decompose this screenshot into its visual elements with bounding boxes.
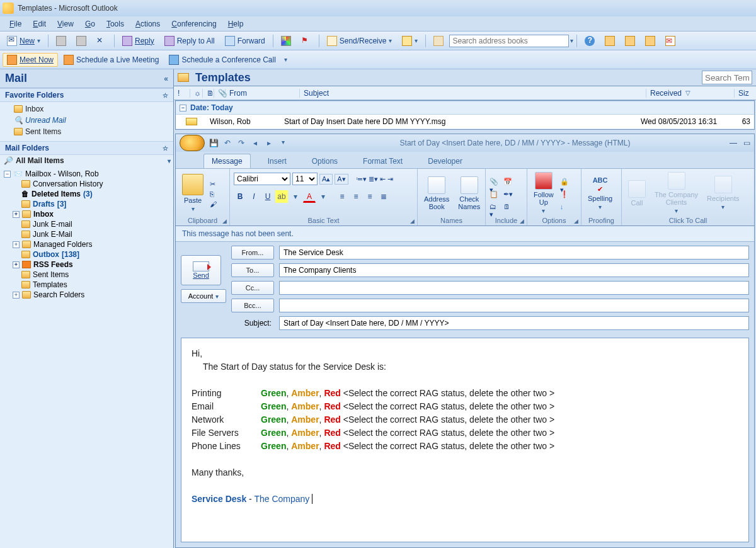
col-size[interactable]: Siz (735, 89, 756, 98)
folder-templates[interactable]: Templates (4, 280, 172, 290)
flag-button[interactable]: ⚑ (297, 34, 316, 48)
cut-icon[interactable]: ✂ (210, 180, 220, 189)
indent-right-icon[interactable]: ⇥ (387, 175, 393, 183)
group-today[interactable]: −Date: Today (176, 101, 754, 115)
menu-tools[interactable]: Tools (101, 18, 130, 30)
fav-inbox[interactable]: Inbox (0, 103, 173, 115)
format-painter-icon[interactable]: 🖌 (210, 200, 220, 209)
underline-button[interactable]: U (261, 190, 274, 203)
high-importance-icon[interactable]: ❗ (560, 190, 570, 199)
menu-file[interactable]: File (4, 18, 27, 30)
menu-go[interactable]: Go (79, 18, 101, 30)
font-name-select[interactable]: Calibri (234, 173, 290, 185)
maximize-button[interactable]: ▭ (743, 139, 750, 147)
reply-button[interactable]: Reply (118, 34, 159, 48)
paste-button[interactable]: Paste▾ (180, 173, 206, 214)
highlight-button[interactable]: ab (275, 190, 288, 203)
schedule-conf-button[interactable]: Schedule a Conference Call (164, 53, 280, 67)
folder-outbox[interactable]: Outbox [138] (4, 249, 172, 260)
message-row[interactable]: Wilson, Rob Start of Day Insert Date her… (176, 115, 754, 129)
menu-actions[interactable]: Actions (130, 18, 166, 30)
search-address-books[interactable] (449, 35, 569, 47)
subject-field[interactable] (279, 316, 749, 330)
folder-managed[interactable]: +Managed Folders (4, 239, 172, 249)
qat-more[interactable]: ▾ (278, 139, 288, 147)
tab-format-text[interactable]: Format Text (355, 154, 411, 168)
cc-button[interactable]: Cc... (231, 281, 274, 295)
col-from[interactable]: From (226, 89, 300, 98)
spelling-button[interactable]: ABC✔Spelling▾ (585, 175, 615, 212)
grow-font-icon[interactable]: A▴ (319, 174, 333, 185)
mailbox-root[interactable]: −📨Mailbox - Wilson, Rob (4, 169, 172, 179)
tab-developer[interactable]: Developer (420, 154, 471, 168)
signature-icon[interactable]: ✒▾ (503, 190, 513, 199)
menu-view[interactable]: View (52, 18, 79, 30)
follow-up-button[interactable]: Follow Up▾ (531, 171, 556, 215)
numbering-icon[interactable]: ≣▾ (369, 175, 378, 183)
collapse-nav-button[interactable]: « (164, 74, 168, 83)
meet-now-button[interactable]: Meet Now (3, 53, 58, 67)
shrink-font-icon[interactable]: A▾ (335, 174, 348, 185)
schedule-live-button[interactable]: Schedule a Live Meeting (59, 53, 163, 67)
italic-button[interactable]: I (248, 190, 260, 203)
redo-icon[interactable]: ↷ (236, 139, 246, 147)
ext3-button[interactable] (641, 34, 660, 48)
to-button[interactable]: To... (231, 263, 274, 277)
fav-unread[interactable]: 🔍Unread Mail (0, 115, 173, 126)
font-color-button[interactable]: A (303, 190, 316, 203)
folder-search[interactable]: +Search Folders (4, 290, 172, 300)
all-mail-items[interactable]: 🔎All Mail Items ▾ (0, 155, 173, 166)
favorite-folders-header[interactable]: Favorite Folders☆ (0, 88, 173, 102)
attach-file-icon[interactable]: 📎▾ (490, 178, 500, 186)
prev-icon[interactable]: ◂ (250, 139, 260, 147)
tab-options[interactable]: Options (304, 154, 346, 168)
office-button[interactable] (180, 135, 205, 151)
bold-button[interactable]: B (234, 190, 246, 203)
col-importance[interactable]: ! (174, 89, 190, 98)
folder-deleted-items[interactable]: 🗑Deleted Items (3) (4, 189, 172, 199)
indent-left-icon[interactable]: ⇤ (380, 175, 386, 183)
col-reminder[interactable]: ☼ (190, 89, 203, 98)
font-size-select[interactable]: 11 (292, 173, 318, 185)
undo-icon[interactable]: ↶ (222, 139, 232, 147)
delete-button[interactable]: ✕ (92, 34, 111, 48)
address-book-button[interactable]: Address Book (421, 175, 452, 212)
new-button[interactable]: New ▾ (3, 34, 45, 48)
bullets-icon[interactable]: ≔▾ (356, 175, 367, 183)
folder-inbox[interactable]: +Inbox (4, 209, 172, 219)
align-justify-icon[interactable]: ≣ (377, 190, 390, 203)
send-receive-button[interactable]: Send/Receive ▾ (323, 34, 397, 48)
from-field[interactable] (279, 246, 749, 260)
address-book-button[interactable] (429, 34, 448, 48)
folder-junk-1[interactable]: Junk E-mail (4, 219, 172, 229)
tab-message[interactable]: Message (203, 154, 251, 168)
bcc-field[interactable] (279, 299, 749, 312)
categories-button[interactable] (277, 34, 295, 48)
ext1-button[interactable] (600, 34, 619, 48)
folder-sent-items[interactable]: Sent Items (4, 270, 172, 280)
save-icon[interactable]: 💾 (209, 139, 219, 147)
permission-icon[interactable]: 🔒▾ (560, 178, 570, 186)
minimize-button[interactable]: — (730, 139, 737, 147)
cc-field[interactable] (279, 281, 749, 295)
print-button[interactable] (52, 34, 71, 48)
send-button[interactable]: Send (181, 255, 221, 285)
copy-icon[interactable]: ⎘ (210, 190, 220, 199)
ext4-button[interactable]: ✉ (661, 34, 680, 48)
align-right-icon[interactable]: ≡ (364, 190, 376, 203)
col-received[interactable]: Received▽ (646, 89, 735, 98)
folder-button[interactable]: ▾ (398, 34, 422, 48)
calendar-icon[interactable]: 📅 (503, 178, 513, 186)
folder-rss[interactable]: +RSS Feeds (4, 260, 172, 270)
low-importance-icon[interactable]: ↓ (560, 203, 570, 212)
check-names-button[interactable]: Check Names (455, 175, 483, 212)
next-icon[interactable]: ▸ (264, 139, 274, 147)
mail-folders-header[interactable]: Mail Folders☆ (0, 141, 173, 155)
col-subject[interactable]: Subject (300, 89, 646, 98)
forward-button[interactable]: Forward (220, 34, 270, 48)
menu-help[interactable]: Help (222, 18, 249, 30)
tab-insert[interactable]: Insert (260, 154, 295, 168)
account-button[interactable]: Account▾ (181, 289, 226, 303)
ext2-button[interactable] (621, 34, 639, 48)
folder-junk-2[interactable]: Junk E-Mail (4, 229, 172, 239)
